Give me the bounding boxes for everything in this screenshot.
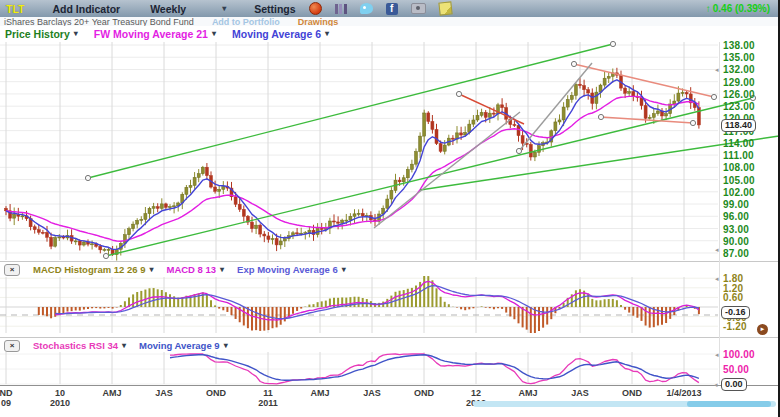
twitter-icon[interactable]	[360, 3, 373, 14]
macd-ema-dropdown[interactable]: Exp Moving Average 6	[237, 264, 346, 275]
chevron-down-icon	[212, 29, 216, 38]
price-axis-label: 105.00	[723, 175, 778, 186]
price-axis-label: 111.00	[723, 150, 778, 161]
notes-icon[interactable]	[438, 1, 452, 15]
stoch-ma-dropdown[interactable]: Moving Average 9	[139, 340, 228, 351]
price-axis-label: 87.00	[723, 248, 778, 259]
time-axis-label: ND09	[0, 388, 30, 408]
time-axis-label: 112011	[244, 388, 292, 408]
price-axis-label: 123.00	[723, 101, 778, 112]
macd-line-label: MACD 8 13	[166, 264, 216, 275]
symbol-ticker[interactable]: TLT	[6, 3, 24, 15]
scale-arrow-icon	[715, 246, 719, 253]
chart-canvas[interactable]	[0, 0, 780, 417]
bar-chart-icon[interactable]	[335, 4, 347, 14]
macd-ema-label: Exp Moving Average 6	[237, 264, 338, 275]
price-history-dropdown[interactable]: Price History	[5, 28, 78, 40]
price-axis-label: 90.00	[723, 236, 778, 247]
price-axis-label: 132.00	[723, 64, 778, 75]
price-axis-label: 93.00	[723, 224, 778, 235]
time-axis-label: AMJ	[88, 388, 136, 398]
time-axis-label: JAS	[348, 388, 396, 398]
macd-axis-label: -1.20	[723, 321, 778, 332]
chevron-down-icon	[342, 265, 346, 274]
scale-arrow-icon	[715, 351, 719, 358]
charting-app-window: TLT Add Indicator Weekly Settings 0.46 (…	[0, 0, 780, 417]
price-axis-label: 102.00	[723, 187, 778, 198]
chevron-down-icon	[149, 265, 153, 274]
time-axis-label: OND	[192, 388, 240, 398]
price-change-indicator: 0.46 (0.39%)	[706, 3, 770, 14]
add-indicator-button[interactable]: Add Indicator	[52, 3, 120, 15]
price-axis-label: 99.00	[723, 199, 778, 210]
time-axis-label: JAS	[140, 388, 188, 398]
change-text: 0.46 (0.39%)	[713, 3, 770, 14]
macd-scroll-right-button[interactable]	[757, 324, 768, 335]
timeframe-select[interactable]: Weekly	[150, 3, 226, 15]
price-axis-label: 138.00	[723, 40, 778, 51]
chevron-down-icon	[222, 4, 226, 13]
price-pane-header: Price History FW Moving Average 21 Movin…	[0, 26, 780, 41]
close-stoch-pane-button[interactable]	[4, 340, 20, 352]
stoch-value-box: 0.00	[721, 378, 747, 391]
time-axis-label: OND	[608, 388, 656, 398]
chevron-down-icon	[224, 341, 228, 350]
time-axis-label: JAS	[556, 388, 604, 398]
chevron-down-icon	[325, 29, 329, 38]
facebook-icon[interactable]	[386, 3, 398, 15]
price-axis-label: 135.00	[723, 52, 778, 63]
settings-button[interactable]: Settings	[254, 3, 295, 15]
time-axis-label: 102010	[36, 388, 84, 408]
fw-ma21-dropdown[interactable]: FW Moving Average 21	[94, 28, 216, 40]
top-toolbar: TLT Add Indicator Weekly Settings 0.46 (…	[0, 0, 780, 17]
time-axis-label: OND	[400, 388, 448, 398]
timeframe-value: Weekly	[150, 3, 186, 15]
fw-ma21-label: FW Moving Average 21	[94, 28, 208, 40]
macd-histogram-dropdown[interactable]: MACD Histogram 12 26 9	[33, 264, 153, 275]
ma6-label: Moving Average 6	[232, 28, 321, 40]
macd-value-box: -0.16	[721, 306, 750, 319]
time-axis-label: AMJ	[504, 388, 552, 398]
macd-pane-header: MACD Histogram 12 26 9 MACD 8 13 Exp Mov…	[0, 263, 718, 276]
price-axis-label: 96.00	[723, 211, 778, 222]
time-axis-label: 1/4/2013	[660, 388, 708, 398]
price-axis-label: 108.00	[723, 162, 778, 173]
scale-arrow-icon	[715, 275, 719, 282]
price-axis-label: 129.00	[723, 77, 778, 88]
chevron-down-icon	[220, 265, 224, 274]
scale-arrow-icon	[714, 381, 718, 388]
last-price-box: 118.40	[721, 119, 756, 132]
stoch-rsi-dropdown[interactable]: Stochastics RSI 34	[33, 340, 126, 351]
stoch-axis-label: 50.00	[723, 364, 778, 375]
price-axis-label: 126.00	[723, 89, 778, 100]
stoch-rsi-label: Stochastics RSI 34	[33, 340, 118, 351]
alerts-icon[interactable]	[309, 2, 322, 15]
price-axis-label: 114.00	[723, 138, 778, 149]
close-macd-pane-button[interactable]	[4, 264, 20, 276]
price-history-label: Price History	[5, 28, 70, 40]
stoch-axis-label: 100.00	[723, 349, 778, 360]
ma6-dropdown[interactable]: Moving Average 6	[232, 28, 329, 40]
chevron-down-icon	[122, 341, 126, 350]
stoch-ma-label: Moving Average 9	[139, 340, 220, 351]
scrollbar-thumb[interactable]	[687, 401, 771, 407]
stoch-pane-header: Stochastics RSI 34 Moving Average 9	[0, 339, 718, 352]
horizontal-scrollbar[interactable]	[473, 401, 776, 407]
macd-histogram-label: MACD Histogram 12 26 9	[33, 264, 145, 275]
macd-line-dropdown[interactable]: MACD 8 13	[166, 264, 224, 275]
macd-axis-label: 0.60	[723, 292, 778, 303]
camera-icon[interactable]	[411, 3, 426, 14]
up-arrow-icon	[706, 3, 711, 14]
time-axis-label: AMJ	[296, 388, 344, 398]
chevron-down-icon	[74, 29, 78, 38]
scale-arrow-icon	[715, 66, 719, 73]
